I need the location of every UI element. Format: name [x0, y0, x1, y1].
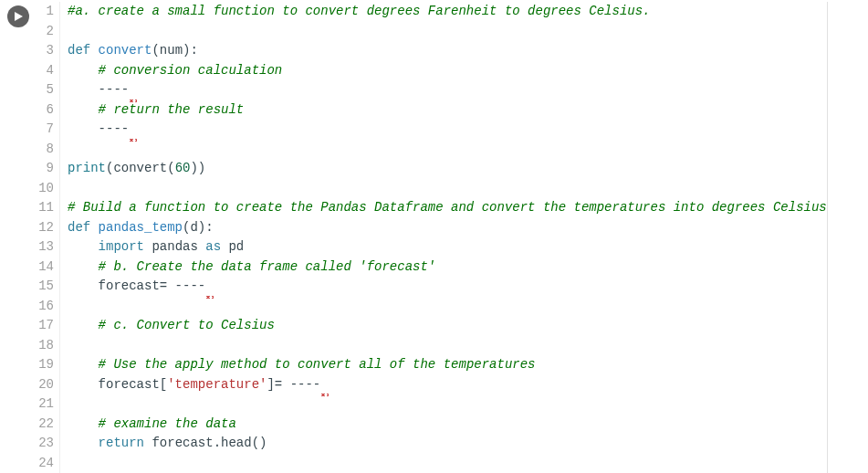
code-token: ----	[68, 82, 129, 97]
line-number: 17	[37, 316, 54, 336]
code-line[interactable]: # Use the apply method to convert all of…	[68, 355, 827, 375]
code-token	[68, 436, 99, 450]
code-cell: 123456789101112131415161718192021222324 …	[0, 0, 868, 473]
line-number: 19	[37, 355, 54, 375]
code-token: ]= ----	[267, 377, 320, 392]
code-token: (d):	[183, 220, 214, 235]
code-token: return	[99, 436, 144, 450]
line-number: 2	[37, 22, 54, 42]
code-token: forecast= ----	[68, 279, 205, 293]
code-line[interactable]	[68, 454, 827, 474]
code-token: # examine the data	[99, 416, 236, 431]
code-line[interactable]: forecast['temperature']= ----	[68, 375, 827, 395]
code-token: print	[68, 161, 106, 175]
line-number: 10	[37, 179, 54, 199]
code-editor[interactable]: 123456789101112131415161718192021222324 …	[37, 2, 828, 473]
code-line[interactable]	[68, 297, 827, 317]
code-token	[68, 416, 99, 431]
code-token	[68, 102, 99, 117]
line-number: 4	[37, 61, 54, 81]
code-token: pandas_temp	[99, 220, 183, 235]
code-token: (num):	[152, 43, 197, 58]
line-number: 5	[37, 80, 54, 100]
code-line[interactable]: # c. Convert to Celsius	[68, 316, 827, 336]
error-squiggle	[205, 277, 213, 297]
line-number: 7	[37, 120, 54, 140]
line-number: 23	[37, 434, 54, 454]
code-token	[129, 82, 136, 97]
line-number-gutter: 123456789101112131415161718192021222324	[37, 2, 60, 473]
line-number: 18	[37, 336, 54, 356]
line-number: 15	[37, 277, 54, 297]
svg-marker-0	[15, 12, 23, 21]
code-token: # Build a function to create the Pandas …	[68, 200, 827, 215]
line-number: 16	[37, 297, 54, 317]
line-number: 14	[37, 258, 54, 278]
code-token	[205, 279, 213, 293]
code-token: def	[68, 43, 99, 58]
code-line[interactable]: ----	[68, 120, 827, 140]
code-token: (convert(	[106, 161, 175, 175]
code-token: convert	[99, 43, 152, 58]
line-number: 22	[37, 415, 54, 435]
code-token	[68, 357, 99, 372]
code-token: import	[99, 239, 144, 254]
line-number: 9	[37, 159, 54, 179]
line-number: 8	[37, 140, 54, 160]
code-line[interactable]: forecast= ----	[68, 277, 827, 297]
code-line[interactable]	[68, 336, 827, 356]
code-token	[320, 377, 328, 392]
code-token	[68, 63, 99, 78]
code-token: # b. Create the data frame called 'forec…	[99, 259, 436, 274]
code-token: forecast[	[68, 377, 167, 392]
code-token	[68, 259, 99, 274]
code-line[interactable]: def convert(num):	[68, 41, 827, 61]
code-token	[68, 318, 99, 332]
code-line[interactable]	[68, 394, 827, 415]
code-token: def	[68, 220, 99, 235]
code-token: # c. Convert to Celsius	[99, 318, 275, 332]
code-token: # return the result	[99, 102, 245, 117]
line-number: 21	[37, 394, 54, 415]
code-area[interactable]: #a. create a small function to convert d…	[60, 2, 827, 473]
code-token: # conversion calculation	[99, 63, 283, 78]
code-line[interactable]: # Build a function to create the Pandas …	[68, 198, 827, 218]
code-line[interactable]: # conversion calculation	[68, 61, 827, 81]
line-number: 6	[37, 100, 54, 121]
code-line[interactable]: ----	[68, 80, 827, 100]
code-token: pandas	[144, 239, 205, 254]
line-number: 20	[37, 375, 54, 395]
code-token	[68, 239, 99, 254]
code-token: as	[205, 239, 221, 254]
code-token: 'temperature'	[167, 377, 267, 392]
code-line[interactable]: import pandas as pd	[68, 237, 827, 258]
code-line[interactable]: #a. create a small function to convert d…	[68, 2, 827, 22]
error-squiggle	[129, 80, 136, 100]
line-number: 1	[37, 2, 54, 22]
code-token: ))	[190, 161, 205, 175]
line-number: 13	[37, 237, 54, 258]
error-squiggle	[320, 375, 328, 395]
code-token: pd	[221, 239, 244, 254]
code-line[interactable]: # return the result	[68, 100, 827, 121]
code-token: #a. create a small function to convert d…	[68, 4, 651, 18]
code-line[interactable]	[68, 179, 827, 199]
line-number: 3	[37, 41, 54, 61]
code-line[interactable]	[68, 140, 827, 160]
code-token: forecast.head()	[144, 436, 267, 450]
code-line[interactable]: # examine the data	[68, 415, 827, 435]
line-number: 11	[37, 198, 54, 218]
line-number: 12	[37, 218, 54, 238]
code-token: ----	[68, 121, 129, 136]
code-token	[129, 121, 136, 136]
run-cell-button[interactable]	[7, 5, 29, 27]
code-token: # Use the apply method to convert all of…	[99, 357, 536, 372]
play-icon	[13, 11, 24, 22]
code-line[interactable]: print(convert(60))	[68, 159, 827, 179]
code-token: 60	[175, 161, 191, 175]
line-number: 24	[37, 454, 54, 474]
code-line[interactable]	[68, 22, 827, 42]
code-line[interactable]: return forecast.head()	[68, 434, 827, 454]
code-line[interactable]: # b. Create the data frame called 'forec…	[68, 258, 827, 278]
code-line[interactable]: def pandas_temp(d):	[68, 218, 827, 238]
